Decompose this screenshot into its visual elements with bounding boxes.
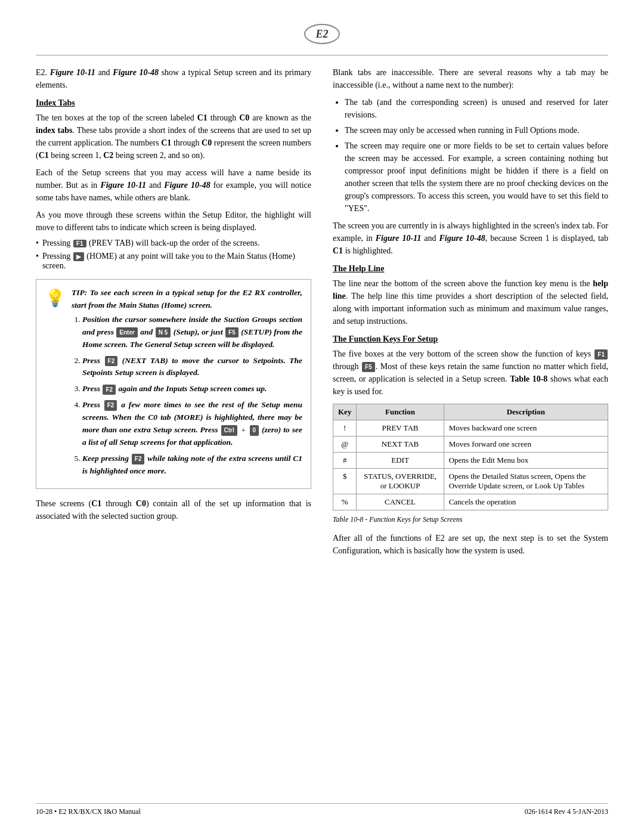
func-keys-p: The five boxes at the very bottom of the… — [333, 348, 608, 398]
col-header-key: Key — [333, 404, 357, 420]
lightbulb-icon: 💡 — [45, 288, 66, 308]
f1-key-ref: F1 — [595, 349, 608, 360]
func-edit: EDIT — [357, 453, 444, 469]
tip-content: TIP: To see each screen in a typical set… — [72, 287, 302, 481]
bullet-symbol: • — [36, 239, 39, 248]
tip-italic-text: TIP: To see each screen in a typical set… — [72, 287, 302, 311]
desc-cancel: Cancels the operation — [444, 494, 608, 510]
func-next-tab: NEXT TAB — [357, 436, 444, 453]
tip-step-3: Press F2 again and the Inputs Setup scre… — [82, 383, 302, 395]
table-row: @ NEXT TAB Moves forward one screen — [333, 436, 608, 453]
bullet-symbol-2: • — [36, 252, 39, 261]
col-header-function: Function — [357, 404, 444, 420]
f2-key-3: F2 — [104, 400, 117, 411]
function-keys-table: Key Function Description ! PREV TAB Move… — [333, 404, 608, 510]
footer: 10-28 • E2 RX/BX/CX I&O Manual 026-1614 … — [36, 803, 608, 816]
bullet-home-text: Pressing ▶ (HOME) at any point will take… — [42, 252, 311, 271]
highlight-note: The screen you are currently in is alway… — [333, 219, 608, 257]
tip-step-2: Press F2 (NEXT TAB) to move the cursor t… — [82, 355, 302, 380]
tip-box: 💡 TIP: To see each screen in a typical s… — [36, 279, 311, 489]
tip-step-5: Keep pressing F2 while taking note of th… — [82, 453, 302, 478]
enter-key: Enter — [116, 327, 138, 338]
blank-tab-bullet-2: The screen may only be accessed when run… — [345, 124, 608, 137]
right-column: Blank tabs are inaccessible. There are s… — [333, 66, 608, 562]
key-f5-sym: % — [333, 494, 357, 510]
help-line-heading: The Help Line — [333, 264, 608, 274]
key-f4-sym: $ — [333, 469, 357, 494]
f2-key-1: F2 — [105, 356, 118, 367]
footer-left: 10-28 • E2 RX/BX/CX I&O Manual — [36, 807, 141, 816]
logo: E2 — [304, 24, 340, 44]
tip-steps-list: Position the cursor somewhere inside the… — [82, 314, 302, 478]
func-status: STATUS, OVERRIDE, or LOOKUP — [357, 469, 444, 494]
blank-tab-bullet-1: The tab (and the corresponding screen) i… — [345, 96, 608, 121]
f5-key-1: F5 — [225, 327, 239, 338]
func-prev-tab: PREV TAB — [357, 420, 444, 436]
f1-key: F1 — [73, 240, 86, 247]
plus-symbol: + — [242, 426, 246, 435]
tip-box-inner: 💡 TIP: To see each screen in a typical s… — [45, 287, 302, 481]
f5-key-ref: F5 — [362, 362, 375, 372]
f2-key-2: F2 — [103, 385, 116, 395]
tip-step-4: Press F2 a few more times to see the res… — [82, 399, 302, 449]
blank-tabs-p1: Blank tabs are inaccessible. There are s… — [333, 66, 608, 91]
col-header-description: Description — [444, 404, 608, 420]
blank-tab-bullet-3: The screen may require one or more field… — [345, 140, 608, 215]
key-f3-sym: # — [333, 453, 357, 469]
tip-step-1: Position the cursor somewhere inside the… — [82, 314, 302, 351]
after-table-p: After all of the functions of E2 are set… — [333, 532, 608, 557]
help-line-p: The line near the bottom of the screen a… — [333, 277, 608, 327]
bullet-home: • Pressing ▶ (HOME) at any point will ta… — [36, 252, 311, 271]
index-tabs-p1: The ten boxes at the top of the screen l… — [36, 112, 311, 162]
key-f1-sym: ! — [333, 420, 357, 436]
intro-paragraph: E2. Figure 10-11 and Figure 10-48 show a… — [36, 66, 311, 91]
table-row: % CANCEL Cancels the operation — [333, 494, 608, 510]
table-row: $ STATUS, OVERRIDE, or LOOKUP Opens the … — [333, 469, 608, 494]
top-divider — [36, 55, 608, 55]
blank-tabs-bullets: The tab (and the corresponding screen) i… — [345, 96, 608, 215]
screens-note: These screens (C1 through C0) contain al… — [36, 497, 311, 522]
logo-bar: E2 — [36, 24, 608, 44]
index-tabs-p2: Each of the Setup screens that you may a… — [36, 166, 311, 204]
bullet-prev-tab: • Pressing F1 (PREV TAB) will back-up th… — [36, 239, 311, 248]
table-caption: Table 10-8 - Function Keys for Setup Scr… — [333, 514, 608, 525]
footer-right: 026-1614 Rev 4 5-JAN-2013 — [525, 807, 608, 816]
index-tabs-p3: As you move through these screens within… — [36, 209, 311, 234]
table-header: Key Function Description — [333, 404, 608, 420]
table-row: ! PREV TAB Moves backward one screen — [333, 420, 608, 436]
func-cancel: CANCEL — [357, 494, 444, 510]
func-keys-heading: The Function Keys For Setup — [333, 335, 608, 344]
key-f2-sym: @ — [333, 436, 357, 453]
table-row: # EDIT Opens the Edit Menu box — [333, 453, 608, 469]
desc-prev-tab: Moves backward one screen — [444, 420, 608, 436]
bullet-prev-tab-text: Pressing F1 (PREV TAB) will back-up the … — [42, 239, 260, 248]
n5-key: N 5 — [156, 327, 171, 338]
two-column-layout: E2. Figure 10-11 and Figure 10-48 show a… — [36, 66, 608, 562]
home-icon: ▶ — [73, 252, 84, 261]
desc-edit: Opens the Edit Menu box — [444, 453, 608, 469]
desc-next-tab: Moves forward one screen — [444, 436, 608, 453]
index-tabs-heading: Index Tabs — [36, 98, 311, 108]
f2-key-4: F2 — [132, 454, 145, 465]
left-column: E2. Figure 10-11 and Figure 10-48 show a… — [36, 66, 311, 562]
ctrl-key: Ctrl — [221, 425, 237, 436]
desc-status: Opens the Detailed Status screen, Opens … — [444, 469, 608, 494]
zero-key: 0 — [250, 425, 259, 436]
page: E2 E2. Figure 10-11 and Figure 10-48 sho… — [0, 0, 644, 833]
table-body: ! PREV TAB Moves backward one screen @ N… — [333, 420, 608, 510]
